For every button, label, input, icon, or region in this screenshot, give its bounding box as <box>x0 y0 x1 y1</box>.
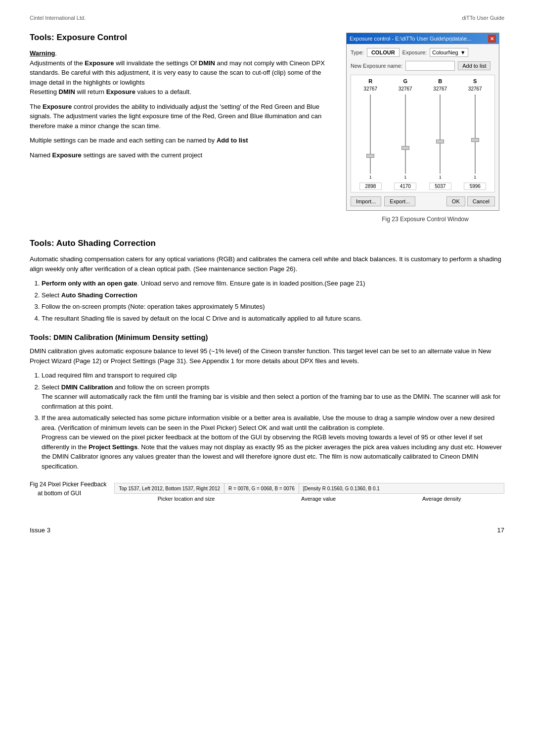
page-header: Cintel International Ltd. diTTo User Gui… <box>30 15 504 21</box>
slider-s-bottom-val: 5996 <box>464 183 486 190</box>
slider-b-top-val: 32767 <box>427 86 454 92</box>
dmin-steps: Load required film and transport to requ… <box>42 371 504 471</box>
exposure-para5: Named Exposure settings are saved with t… <box>30 150 331 160</box>
slider-r-thumb[interactable] <box>366 154 374 158</box>
cancel-button[interactable]: Cancel <box>467 196 495 206</box>
auto-shading-step-2: Select Auto Shading Correction <box>42 290 504 300</box>
fig24-area: Fig 24 Pixel Picker Feedback at bottom o… <box>30 481 504 502</box>
dmin-step-3: If the area automatically selected has s… <box>42 413 504 471</box>
slider-s-track <box>475 94 476 174</box>
slider-g-top-val: 32767 <box>392 86 419 92</box>
tick-b: 1 <box>427 175 454 180</box>
fig24-row: Fig 24 Pixel Picker Feedback at bottom o… <box>30 481 504 502</box>
slider-r-track <box>370 94 371 174</box>
slider-g-bottom-val: 4170 <box>394 183 416 190</box>
slider-g <box>392 94 419 174</box>
slider-g-thumb[interactable] <box>401 146 409 150</box>
sliders-area: R G B S 32767 32767 32767 32767 <box>351 75 495 192</box>
tick-r: 1 <box>357 175 384 180</box>
ok-cancel-group: OK Cancel <box>446 196 495 206</box>
auto-shading-step-1: Perform only with an open gate. Unload s… <box>42 279 504 288</box>
new-exposure-label: New Exposure name: <box>351 63 402 69</box>
exposure-para4: Multiple settings can be made and each s… <box>30 136 331 145</box>
slider-r-bottom-val: 2898 <box>359 183 382 190</box>
exposure-left: Tools: Exposure Control Warning. Adjustm… <box>30 33 331 229</box>
export-button[interactable]: Export... <box>384 196 415 206</box>
dmin-section: Tools: DMIN Calibration (Minimum Density… <box>30 333 504 471</box>
slider-r-top-val: 32767 <box>357 86 384 92</box>
type-label: Type: <box>351 49 364 55</box>
type-exposure-row: Type: COLOUR Exposure: ColourNeg ▼ <box>351 48 495 57</box>
page: Cintel International Ltd. diTTo User Gui… <box>0 0 534 756</box>
page-footer: Issue 3 17 <box>30 521 504 534</box>
footer-left: Issue 3 <box>30 526 50 534</box>
slider-b-track <box>440 94 441 174</box>
exposure-para3: The Exposure control provides the abilit… <box>30 102 331 131</box>
fig24-labels: Fig 24 Pixel Picker Feedback at bottom o… <box>30 481 106 499</box>
warning-para: Warning. Adjustments of the Exposure wil… <box>30 48 331 97</box>
new-exposure-row: New Exposure name: Add to list <box>351 61 495 71</box>
picker-avg-density: [Density R 0.1560, G 0.1360, B 0.1 <box>299 483 384 493</box>
dmin-title: Tools: DMIN Calibration (Minimum Density… <box>30 333 504 341</box>
picker-avg-value: R = 0078, G = 0068, B = 0076 <box>224 483 299 493</box>
auto-shading-section: Tools: Auto Shading Correction Automatic… <box>30 238 504 323</box>
footer-right: 17 <box>497 526 504 534</box>
slider-top-values: 32767 32767 32767 32767 <box>353 86 492 92</box>
dmin-para1: DMIN calibration gives automatic exposur… <box>30 346 504 366</box>
pixel-picker-bar: Top 1537, Left 2012, Bottom 1537, Right … <box>114 483 504 494</box>
new-exposure-input[interactable] <box>405 61 455 71</box>
slider-s <box>461 94 489 174</box>
sliders-container <box>353 94 492 174</box>
tick-s: 1 <box>461 175 489 180</box>
slider-b-bottom-val: 5037 <box>429 183 451 190</box>
auto-shading-steps: Perform only with an open gate. Unload s… <box>42 279 504 323</box>
header-left: Cintel International Ltd. <box>30 15 86 21</box>
tick-row: 1 1 1 1 <box>353 175 492 180</box>
window-close-button[interactable]: ✕ <box>488 35 496 43</box>
channel-r-label: R <box>357 78 384 84</box>
channel-s-label: S <box>461 78 489 84</box>
fig24-sublabel: at bottom of GUI <box>38 490 106 497</box>
dmin-step-1: Load required film and transport to requ… <box>42 371 504 380</box>
exposure-dropdown[interactable]: ColourNeg ▼ <box>430 48 468 57</box>
exposure-right: Exposure control - E:\diTTo User Guide\p… <box>346 33 504 229</box>
auto-shading-para1: Automatic shading compensation caters fo… <box>30 254 504 274</box>
fig24-picker-area: Top 1537, Left 2012, Bottom 1537, Right … <box>114 481 504 502</box>
exposure-window: Exposure control - E:\diTTo User Guide\p… <box>346 33 499 211</box>
type-value: COLOUR <box>367 48 400 57</box>
fig23-caption: Fig 23 Exposure Control Window <box>346 215 504 224</box>
window-body: Type: COLOUR Exposure: ColourNeg ▼ New E… <box>347 44 499 210</box>
ok-button[interactable]: OK <box>446 196 465 206</box>
slider-s-thumb[interactable] <box>471 138 479 142</box>
warning-label: Warning <box>30 49 55 57</box>
exposure-title: Tools: Exposure Control <box>30 33 331 43</box>
auto-shading-step-3: Follow the on-screen prompts (Note: oper… <box>42 302 504 312</box>
dropdown-arrow-icon: ▼ <box>460 49 466 55</box>
dmin-step-2: Select DMIN Calibration and follow the o… <box>42 382 504 412</box>
header-right: diTTo User Guide <box>462 15 504 21</box>
exposure-section: Tools: Exposure Control Warning. Adjustm… <box>30 33 504 229</box>
warning-dot: . <box>55 49 57 57</box>
window-buttons-row: Import... Export... OK Cancel <box>351 196 495 206</box>
slider-g-track <box>405 94 406 174</box>
slider-b-thumb[interactable] <box>436 140 444 143</box>
slider-b <box>427 94 454 174</box>
window-title: Exposure control - E:\diTTo User Guide\p… <box>350 36 471 42</box>
slider-s-top-val: 32767 <box>461 86 489 92</box>
slider-bottom-values: 2898 4170 5037 5996 <box>353 181 492 190</box>
auto-shading-step-4: The resultant Shading file is saved by d… <box>42 314 504 324</box>
import-button[interactable]: Import... <box>351 196 381 206</box>
add-to-list-button[interactable]: Add to list <box>458 61 490 70</box>
tick-g: 1 <box>392 175 419 180</box>
col-label-1: Picker location and size <box>158 496 215 502</box>
channel-g-label: G <box>392 78 419 84</box>
exposure-select-value: ColourNeg <box>432 49 458 55</box>
exposure-label: Exposure: <box>402 49 427 55</box>
col-label-3: Average density <box>422 496 461 502</box>
channel-b-label: B <box>427 78 454 84</box>
col-label-2: Average value <box>301 496 336 502</box>
fig24-label: Fig 24 Pixel Picker Feedback <box>30 481 106 488</box>
picker-location: Top 1537, Left 2012, Bottom 1537, Right … <box>115 483 224 493</box>
slider-headers: R G B S <box>353 78 492 84</box>
slider-r <box>357 94 384 174</box>
